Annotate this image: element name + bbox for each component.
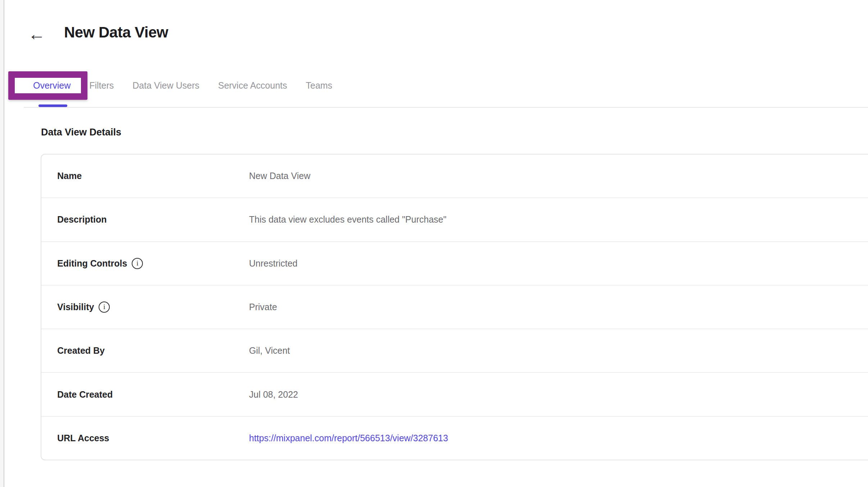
detail-row-created-by: Created By Gil, Vicent: [41, 329, 868, 372]
detail-row-url-access: URL Access https://mixpanel.com/report/5…: [41, 416, 868, 460]
tabbar: Overview Filters Data View Users Service…: [24, 75, 342, 96]
tab-filters[interactable]: Filters: [80, 75, 123, 96]
detail-row-name: Name New Data View: [41, 155, 868, 197]
visibility-label-text: Visibility: [57, 302, 94, 312]
detail-row-visibility: Visibility i Private: [41, 285, 868, 329]
description-label: Description: [57, 214, 249, 225]
editing-controls-label: Editing Controls i: [57, 258, 249, 269]
info-icon[interactable]: i: [99, 301, 110, 313]
settings-page: ← New Data View Overview Filters Data Vi…: [0, 0, 868, 487]
url-access-label: URL Access: [57, 433, 249, 443]
editing-controls-value: Unrestricted: [249, 258, 298, 269]
detail-row-date-created: Date Created Jul 08, 2022: [41, 372, 868, 416]
back-button[interactable]: ←: [27, 24, 47, 44]
created-by-label: Created By: [57, 345, 249, 356]
detail-row-description: Description This data view excludes even…: [41, 197, 868, 241]
tab-data-view-users[interactable]: Data View Users: [123, 75, 209, 96]
tabbar-divider: [24, 107, 868, 108]
visibility-value: Private: [249, 302, 277, 312]
tab-teams[interactable]: Teams: [297, 75, 342, 96]
date-created-label: Date Created: [57, 389, 249, 400]
active-tab-indicator: [39, 104, 67, 107]
date-created-value: Jul 08, 2022: [249, 389, 298, 400]
url-access-link[interactable]: https://mixpanel.com/report/566513/view/…: [249, 433, 448, 443]
name-value: New Data View: [249, 171, 310, 181]
detail-row-editing-controls: Editing Controls i Unrestricted: [41, 241, 868, 285]
info-icon[interactable]: i: [132, 258, 143, 269]
editing-controls-label-text: Editing Controls: [57, 258, 127, 269]
sidebar-edge: [0, 0, 4, 487]
name-label: Name: [57, 171, 249, 181]
data-view-details-card: Name New Data View Description This data…: [41, 154, 868, 460]
section-heading: Data View Details: [41, 127, 121, 138]
visibility-label: Visibility i: [57, 301, 249, 313]
page-title: New Data View: [64, 24, 168, 41]
tab-service-accounts[interactable]: Service Accounts: [209, 75, 297, 96]
tab-overview[interactable]: Overview: [24, 75, 80, 96]
created-by-value: Gil, Vicent: [249, 345, 290, 356]
description-value: This data view excludes events called "P…: [249, 214, 447, 225]
